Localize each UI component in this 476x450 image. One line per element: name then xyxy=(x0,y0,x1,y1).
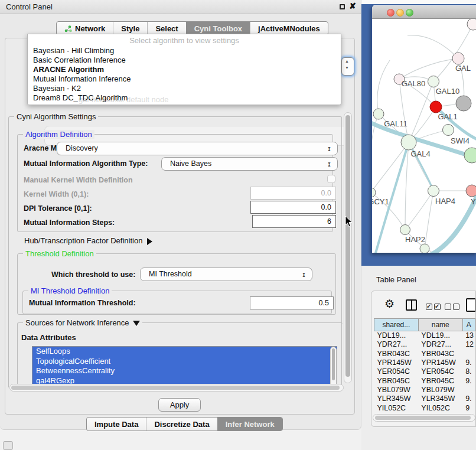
table-cell[interactable]: YBR043C xyxy=(374,349,419,358)
aracne-mode-combobox[interactable]: Discovery xyxy=(57,142,338,155)
table-cell[interactable]: YBR043C xyxy=(418,349,462,358)
dpi-tolerance-field[interactable]: 0.0 xyxy=(250,201,336,214)
settings-vertical-scrollbar[interactable] xyxy=(344,112,352,383)
table-row[interactable]: YIL052CYIL052C9 xyxy=(374,403,475,412)
split-columns-icon[interactable] xyxy=(406,299,417,311)
network-edge[interactable] xyxy=(407,35,458,58)
table-cell[interactable]: YDR27... xyxy=(374,340,419,349)
network-node-gal[interactable] xyxy=(452,53,464,64)
network-node-gal10[interactable] xyxy=(428,76,439,87)
table-row[interactable]: YDL19...YDL19...13 xyxy=(374,331,475,340)
manual-kernel-checkbox[interactable] xyxy=(327,175,335,183)
tab-impute-data[interactable]: Impute Data xyxy=(87,418,146,431)
node-attribute-table[interactable]: shared...nameAYDL19...YDL19...13YDR27...… xyxy=(374,318,475,412)
table-cell[interactable]: YBR045C xyxy=(374,376,419,385)
tab-network[interactable]: Network xyxy=(57,22,113,35)
network-node-swi4[interactable] xyxy=(443,125,454,136)
tab-jactivemnodules[interactable]: jActiveMNodules xyxy=(250,22,328,35)
table-cell[interactable]: YER054C xyxy=(374,367,419,376)
scroll-thumb[interactable] xyxy=(375,416,471,420)
table-cell[interactable]: 9. xyxy=(462,376,475,385)
network-edge[interactable] xyxy=(377,60,390,114)
attribute-list-item[interactable]: TopologicalCoefficient xyxy=(32,357,337,367)
gear-icon[interactable]: ⚙ xyxy=(384,297,395,311)
tab-discretize-data[interactable]: Discretize Data xyxy=(146,418,217,431)
table-cell[interactable] xyxy=(462,349,475,358)
network-node[interactable] xyxy=(467,19,476,30)
column-header[interactable]: name xyxy=(418,319,462,331)
apply-button[interactable]: Apply xyxy=(158,398,201,412)
table-cell[interactable]: YDR27... xyxy=(418,340,462,349)
table-row[interactable]: YLR345WYLR345W9. xyxy=(374,394,475,403)
algorithm-option[interactable]: ARACNE Algorithm xyxy=(28,65,341,74)
network-node[interactable] xyxy=(464,148,476,163)
mi-algorithm-type-combobox[interactable]: Naive Bayes xyxy=(161,157,338,171)
float-icon[interactable] xyxy=(340,4,345,9)
network-edge[interactable] xyxy=(372,142,409,193)
checked-boxes-icon[interactable] xyxy=(426,302,441,312)
table-cell[interactable]: YER054C xyxy=(418,367,462,376)
tab-style[interactable]: Style xyxy=(113,22,147,35)
unchecked-boxes-icon[interactable] xyxy=(445,302,459,312)
tab-cyni-toolbox[interactable]: Cyni Toolbox xyxy=(186,22,250,35)
network-node-gal1[interactable] xyxy=(430,101,442,113)
table-cell[interactable]: YDL19... xyxy=(418,331,462,340)
which-threshold-combobox[interactable]: MI Threshold xyxy=(140,268,312,281)
scroll-thumb[interactable] xyxy=(332,348,335,380)
table-row[interactable]: YBR045CYBR045C9. xyxy=(374,376,475,385)
algorithm-combobox-stepper[interactable] xyxy=(341,57,354,76)
algorithm-option[interactable]: Dream8 DC_TDC Algorithm xyxy=(28,93,341,103)
attribute-list-scrollbar[interactable] xyxy=(330,347,337,388)
minimize-traffic-light-icon[interactable] xyxy=(396,9,404,17)
table-cell[interactable]: 9 xyxy=(462,403,475,412)
minimized-panel-button[interactable] xyxy=(3,441,13,450)
network-node[interactable] xyxy=(456,96,471,111)
algorithm-option[interactable]: Bayesian - Hill Climbing xyxy=(28,46,341,56)
attribute-list-item[interactable]: BetweennessCentrality xyxy=(32,366,337,376)
table-row[interactable]: YPR145WYPR145W9. xyxy=(374,358,475,367)
table-horizontal-scrollbar[interactable] xyxy=(373,414,475,422)
algorithm-option[interactable]: Bayesian - K2 xyxy=(28,84,341,93)
table-row[interactable]: YER054CYER054C8. xyxy=(374,367,475,376)
data-attributes-list[interactable]: SelfLoopsTopologicalCoefficientBetweenne… xyxy=(32,346,337,389)
table-row[interactable]: YDR27...YDR27...12 xyxy=(374,340,475,349)
network-view-window[interactable]: GALGAL80GAL10GAL1GAL11GAL4SWI4GCY1HAP4YH… xyxy=(371,5,476,253)
attribute-list-item[interactable]: SelfLoops xyxy=(32,347,337,357)
table-cell[interactable] xyxy=(462,385,475,394)
table-cell[interactable]: YPR145W xyxy=(418,358,462,367)
column-header[interactable]: A xyxy=(462,319,475,331)
table-cell[interactable]: 12 xyxy=(462,340,475,349)
table-cell[interactable]: YLR345W xyxy=(418,394,462,403)
network-node-hap4[interactable] xyxy=(428,185,439,197)
network-node-gal11[interactable] xyxy=(373,109,384,119)
table-cell[interactable]: 9. xyxy=(462,358,475,367)
tab-select[interactable]: Select xyxy=(147,22,185,35)
network-node[interactable] xyxy=(420,244,429,253)
hub-definition-toggle[interactable]: Hub/Transcription Factor Definition xyxy=(24,236,152,245)
network-node-y[interactable] xyxy=(466,185,476,197)
tab-infer-network[interactable]: Infer Network xyxy=(217,418,282,431)
close-traffic-light-icon[interactable] xyxy=(387,9,395,17)
table-row[interactable]: YBR043CYBR043C xyxy=(374,349,475,358)
sources-toggle[interactable]: Sources for Network Inference xyxy=(23,318,142,327)
network-window-titlebar[interactable] xyxy=(372,5,476,19)
table-cell[interactable]: 8. xyxy=(462,367,475,376)
scroll-thumb[interactable] xyxy=(11,386,340,390)
table-cell[interactable]: YBL079W xyxy=(374,385,419,394)
network-node-hap2[interactable] xyxy=(400,225,410,235)
table-cell[interactable]: YIL052C xyxy=(374,403,419,412)
network-edge[interactable] xyxy=(405,191,433,230)
zoom-traffic-light-icon[interactable] xyxy=(406,9,413,17)
kernel-width-field[interactable]: 0.0 xyxy=(250,187,336,200)
network-edge[interactable] xyxy=(399,58,458,79)
scroll-thumb[interactable] xyxy=(345,115,350,377)
table-cell[interactable]: YPR145W xyxy=(374,358,419,367)
table-cell[interactable]: YBR045C xyxy=(418,376,462,385)
network-canvas[interactable]: GALGAL80GAL10GAL1GAL11GAL4SWI4GCY1HAP4YH… xyxy=(372,19,476,253)
table-cell[interactable]: 9. xyxy=(462,394,475,403)
page-icon[interactable] xyxy=(466,298,476,312)
network-edge[interactable] xyxy=(433,24,473,81)
algorithm-option[interactable]: Mutual Information Inference xyxy=(28,74,341,84)
table-cell[interactable]: YLR345W xyxy=(374,394,419,403)
network-node-gal4[interactable] xyxy=(401,135,416,150)
